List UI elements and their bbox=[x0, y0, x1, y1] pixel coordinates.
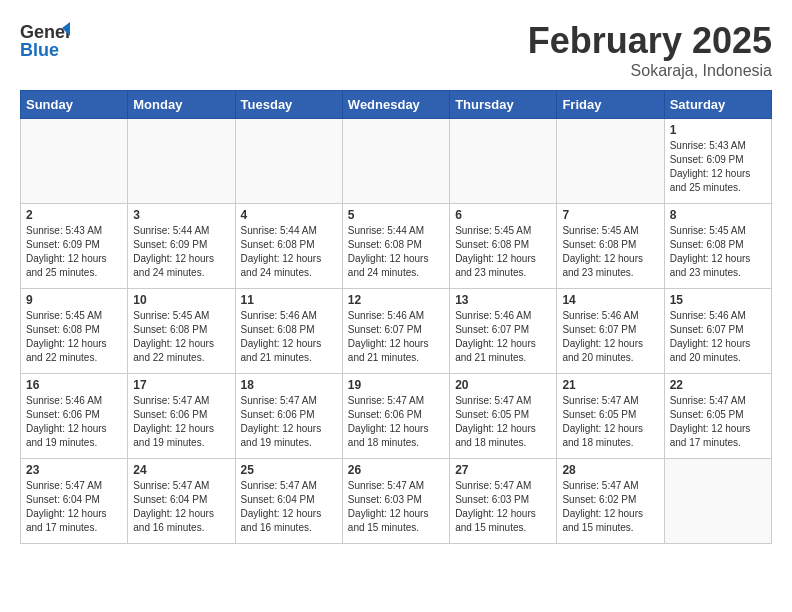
svg-text:General: General bbox=[20, 22, 70, 42]
day-number: 8 bbox=[670, 208, 766, 222]
day-info: Sunrise: 5:47 AM Sunset: 6:06 PM Dayligh… bbox=[241, 394, 337, 450]
day-number: 26 bbox=[348, 463, 444, 477]
day-info: Sunrise: 5:47 AM Sunset: 6:02 PM Dayligh… bbox=[562, 479, 658, 535]
day-info: Sunrise: 5:46 AM Sunset: 6:07 PM Dayligh… bbox=[670, 309, 766, 365]
calendar-cell: 16Sunrise: 5:46 AM Sunset: 6:06 PM Dayli… bbox=[21, 374, 128, 459]
logo-icon: General Blue bbox=[20, 20, 70, 60]
weekday-header-sunday: Sunday bbox=[21, 91, 128, 119]
calendar-cell: 13Sunrise: 5:46 AM Sunset: 6:07 PM Dayli… bbox=[450, 289, 557, 374]
calendar-cell bbox=[342, 119, 449, 204]
calendar-cell bbox=[450, 119, 557, 204]
day-number: 13 bbox=[455, 293, 551, 307]
calendar-cell: 21Sunrise: 5:47 AM Sunset: 6:05 PM Dayli… bbox=[557, 374, 664, 459]
calendar-cell: 17Sunrise: 5:47 AM Sunset: 6:06 PM Dayli… bbox=[128, 374, 235, 459]
day-number: 22 bbox=[670, 378, 766, 392]
day-info: Sunrise: 5:46 AM Sunset: 6:07 PM Dayligh… bbox=[348, 309, 444, 365]
day-number: 25 bbox=[241, 463, 337, 477]
day-info: Sunrise: 5:47 AM Sunset: 6:05 PM Dayligh… bbox=[562, 394, 658, 450]
calendar-cell bbox=[557, 119, 664, 204]
day-number: 3 bbox=[133, 208, 229, 222]
weekday-header-monday: Monday bbox=[128, 91, 235, 119]
day-info: Sunrise: 5:46 AM Sunset: 6:06 PM Dayligh… bbox=[26, 394, 122, 450]
calendar-cell bbox=[128, 119, 235, 204]
day-number: 9 bbox=[26, 293, 122, 307]
day-number: 19 bbox=[348, 378, 444, 392]
day-number: 28 bbox=[562, 463, 658, 477]
calendar-cell: 19Sunrise: 5:47 AM Sunset: 6:06 PM Dayli… bbox=[342, 374, 449, 459]
day-number: 7 bbox=[562, 208, 658, 222]
calendar-cell: 26Sunrise: 5:47 AM Sunset: 6:03 PM Dayli… bbox=[342, 459, 449, 544]
week-row-0: 1Sunrise: 5:43 AM Sunset: 6:09 PM Daylig… bbox=[21, 119, 772, 204]
day-number: 20 bbox=[455, 378, 551, 392]
weekday-header-wednesday: Wednesday bbox=[342, 91, 449, 119]
day-info: Sunrise: 5:47 AM Sunset: 6:04 PM Dayligh… bbox=[133, 479, 229, 535]
calendar-cell: 12Sunrise: 5:46 AM Sunset: 6:07 PM Dayli… bbox=[342, 289, 449, 374]
calendar-cell bbox=[21, 119, 128, 204]
calendar-cell: 6Sunrise: 5:45 AM Sunset: 6:08 PM Daylig… bbox=[450, 204, 557, 289]
day-info: Sunrise: 5:47 AM Sunset: 6:03 PM Dayligh… bbox=[348, 479, 444, 535]
day-number: 24 bbox=[133, 463, 229, 477]
day-info: Sunrise: 5:46 AM Sunset: 6:07 PM Dayligh… bbox=[562, 309, 658, 365]
calendar-table: SundayMondayTuesdayWednesdayThursdayFrid… bbox=[20, 90, 772, 544]
month-title: February 2025 bbox=[528, 20, 772, 62]
day-number: 6 bbox=[455, 208, 551, 222]
calendar-cell bbox=[664, 459, 771, 544]
day-info: Sunrise: 5:44 AM Sunset: 6:08 PM Dayligh… bbox=[348, 224, 444, 280]
day-info: Sunrise: 5:46 AM Sunset: 6:07 PM Dayligh… bbox=[455, 309, 551, 365]
calendar-cell: 24Sunrise: 5:47 AM Sunset: 6:04 PM Dayli… bbox=[128, 459, 235, 544]
calendar-cell bbox=[235, 119, 342, 204]
weekday-header-tuesday: Tuesday bbox=[235, 91, 342, 119]
weekday-header-thursday: Thursday bbox=[450, 91, 557, 119]
weekday-header-friday: Friday bbox=[557, 91, 664, 119]
calendar-cell: 2Sunrise: 5:43 AM Sunset: 6:09 PM Daylig… bbox=[21, 204, 128, 289]
calendar-cell: 5Sunrise: 5:44 AM Sunset: 6:08 PM Daylig… bbox=[342, 204, 449, 289]
day-info: Sunrise: 5:45 AM Sunset: 6:08 PM Dayligh… bbox=[670, 224, 766, 280]
day-number: 17 bbox=[133, 378, 229, 392]
calendar-cell: 8Sunrise: 5:45 AM Sunset: 6:08 PM Daylig… bbox=[664, 204, 771, 289]
calendar-cell: 25Sunrise: 5:47 AM Sunset: 6:04 PM Dayli… bbox=[235, 459, 342, 544]
day-number: 23 bbox=[26, 463, 122, 477]
calendar-cell: 10Sunrise: 5:45 AM Sunset: 6:08 PM Dayli… bbox=[128, 289, 235, 374]
calendar-cell: 18Sunrise: 5:47 AM Sunset: 6:06 PM Dayli… bbox=[235, 374, 342, 459]
day-info: Sunrise: 5:45 AM Sunset: 6:08 PM Dayligh… bbox=[562, 224, 658, 280]
day-info: Sunrise: 5:47 AM Sunset: 6:04 PM Dayligh… bbox=[241, 479, 337, 535]
day-info: Sunrise: 5:47 AM Sunset: 6:06 PM Dayligh… bbox=[348, 394, 444, 450]
calendar-cell: 20Sunrise: 5:47 AM Sunset: 6:05 PM Dayli… bbox=[450, 374, 557, 459]
week-row-1: 2Sunrise: 5:43 AM Sunset: 6:09 PM Daylig… bbox=[21, 204, 772, 289]
week-row-3: 16Sunrise: 5:46 AM Sunset: 6:06 PM Dayli… bbox=[21, 374, 772, 459]
day-number: 14 bbox=[562, 293, 658, 307]
day-number: 10 bbox=[133, 293, 229, 307]
day-number: 4 bbox=[241, 208, 337, 222]
calendar-cell: 14Sunrise: 5:46 AM Sunset: 6:07 PM Dayli… bbox=[557, 289, 664, 374]
calendar-cell: 23Sunrise: 5:47 AM Sunset: 6:04 PM Dayli… bbox=[21, 459, 128, 544]
day-number: 15 bbox=[670, 293, 766, 307]
weekday-header-saturday: Saturday bbox=[664, 91, 771, 119]
calendar-cell: 15Sunrise: 5:46 AM Sunset: 6:07 PM Dayli… bbox=[664, 289, 771, 374]
page-header: General Blue February 2025 Sokaraja, Ind… bbox=[20, 20, 772, 80]
day-info: Sunrise: 5:47 AM Sunset: 6:05 PM Dayligh… bbox=[455, 394, 551, 450]
day-number: 16 bbox=[26, 378, 122, 392]
day-number: 18 bbox=[241, 378, 337, 392]
day-number: 5 bbox=[348, 208, 444, 222]
day-info: Sunrise: 5:47 AM Sunset: 6:03 PM Dayligh… bbox=[455, 479, 551, 535]
day-number: 21 bbox=[562, 378, 658, 392]
day-info: Sunrise: 5:47 AM Sunset: 6:06 PM Dayligh… bbox=[133, 394, 229, 450]
location: Sokaraja, Indonesia bbox=[528, 62, 772, 80]
day-info: Sunrise: 5:45 AM Sunset: 6:08 PM Dayligh… bbox=[26, 309, 122, 365]
day-info: Sunrise: 5:44 AM Sunset: 6:09 PM Dayligh… bbox=[133, 224, 229, 280]
logo: General Blue bbox=[20, 20, 70, 60]
week-row-4: 23Sunrise: 5:47 AM Sunset: 6:04 PM Dayli… bbox=[21, 459, 772, 544]
day-number: 1 bbox=[670, 123, 766, 137]
day-info: Sunrise: 5:43 AM Sunset: 6:09 PM Dayligh… bbox=[670, 139, 766, 195]
day-info: Sunrise: 5:45 AM Sunset: 6:08 PM Dayligh… bbox=[455, 224, 551, 280]
calendar-cell: 3Sunrise: 5:44 AM Sunset: 6:09 PM Daylig… bbox=[128, 204, 235, 289]
weekday-header-row: SundayMondayTuesdayWednesdayThursdayFrid… bbox=[21, 91, 772, 119]
day-info: Sunrise: 5:47 AM Sunset: 6:05 PM Dayligh… bbox=[670, 394, 766, 450]
day-info: Sunrise: 5:46 AM Sunset: 6:08 PM Dayligh… bbox=[241, 309, 337, 365]
title-block: February 2025 Sokaraja, Indonesia bbox=[528, 20, 772, 80]
day-number: 12 bbox=[348, 293, 444, 307]
day-info: Sunrise: 5:44 AM Sunset: 6:08 PM Dayligh… bbox=[241, 224, 337, 280]
calendar-cell: 11Sunrise: 5:46 AM Sunset: 6:08 PM Dayli… bbox=[235, 289, 342, 374]
calendar-cell: 7Sunrise: 5:45 AM Sunset: 6:08 PM Daylig… bbox=[557, 204, 664, 289]
day-info: Sunrise: 5:47 AM Sunset: 6:04 PM Dayligh… bbox=[26, 479, 122, 535]
